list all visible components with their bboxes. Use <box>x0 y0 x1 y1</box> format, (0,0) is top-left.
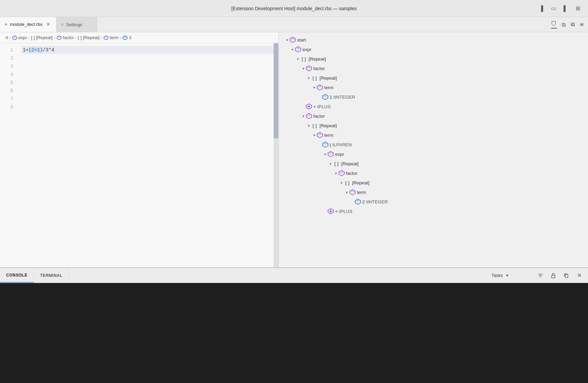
breadcrumb: rt › expr › [ ] [Repeat] › factor › <box>0 32 279 43</box>
editor-layout: rt › expr › [ ] [Repeat] › factor › <box>0 32 588 267</box>
code-editor[interactable]: 1 2 3 4 5 6 7 8 1+(2+1)/3*4 <box>0 43 278 267</box>
lock-icon <box>551 273 556 278</box>
tree-node-1-integer[interactable]: 1 tINTEGER <box>279 92 588 102</box>
tree-node-factor-deep[interactable]: ▾ factor <box>279 168 588 178</box>
chevron-down-icon: ▾ <box>339 180 344 185</box>
parse-tree-icon[interactable]: ⛉ <box>551 21 557 29</box>
tree-node-1-label: 1 tINTEGER <box>330 95 355 100</box>
tree-node-factor1[interactable]: ▾ factor <box>279 64 588 73</box>
sidebar-right-icon[interactable]: ▌ <box>562 5 569 12</box>
cube-purple-expr-inner-icon <box>328 151 334 157</box>
svg-marker-5 <box>104 36 108 38</box>
tab-label: module_decl.rbs <box>10 22 42 27</box>
copy-icon <box>564 273 569 278</box>
breadcrumb-item-3[interactable]: 3 <box>123 35 131 40</box>
tree-node-factor-deep-label: factor <box>346 171 358 176</box>
cube-purple-factor2-icon <box>306 113 312 119</box>
tree-node-2-integer[interactable]: 2 tINTEGER <box>279 197 588 206</box>
tree-node-repeat1-label: [Repeat] <box>309 56 326 62</box>
list-filter-button[interactable] <box>536 271 545 280</box>
svg-marker-15 <box>317 85 323 88</box>
breadcrumb-rt-label: rt <box>5 35 8 40</box>
chevron-down-icon: ▾ <box>284 37 290 43</box>
svg-marker-24 <box>317 132 323 135</box>
cube-purple-term-deep-icon <box>349 189 356 195</box>
tab-module-decl[interactable]: ● module_decl.rbs ✕ <box>0 17 56 32</box>
svg-marker-11 <box>295 47 301 50</box>
chevron-down-icon: ▾ <box>306 123 311 128</box>
tree-node-lparen[interactable]: ( tLPAREN <box>279 140 588 149</box>
tree-node-term-deep[interactable]: ▾ term <box>279 187 588 197</box>
tree-node-term1[interactable]: ▾ term <box>279 83 588 92</box>
cube-outline-plus-deep-icon <box>328 208 334 214</box>
svg-marker-22 <box>306 113 312 116</box>
lock-button[interactable] <box>549 271 558 280</box>
svg-marker-26 <box>323 142 328 145</box>
editor-scrollbar[interactable] <box>274 43 278 267</box>
svg-rect-41 <box>552 275 555 278</box>
line-numbers: 1 2 3 4 5 6 7 8 <box>0 43 19 267</box>
tab-settings[interactable]: ≡ Settings <box>56 17 97 32</box>
breadcrumb-item-factor[interactable]: factor <box>57 35 74 40</box>
tab-settings-label: Settings <box>66 22 82 27</box>
cube-purple-factor1-icon <box>306 65 312 71</box>
svg-marker-28 <box>328 151 333 154</box>
cube-outline-plus1-icon <box>306 103 312 110</box>
cube-purple-term1-icon <box>317 84 323 90</box>
bracket-repeat3-icon: [ ] <box>311 122 318 129</box>
chevron-down-icon: ▾ <box>322 151 328 157</box>
title-bar-controls: ▐ ▭ ▌ ⊞ <box>538 5 581 12</box>
tab-console[interactable]: CONSOLE <box>0 268 34 283</box>
svg-marker-1 <box>13 36 17 38</box>
close-panel-button[interactable]: ✕ <box>574 271 584 280</box>
svg-marker-7 <box>123 36 127 38</box>
layout-panels-icon[interactable]: ⊞ <box>574 5 581 12</box>
copy-button[interactable] <box>561 271 571 280</box>
tree-node-term2[interactable]: ▾ term <box>279 130 588 140</box>
tree-node-factor2[interactable]: ▾ factor <box>279 111 588 121</box>
tree-node-plus1[interactable]: + tPLUS <box>279 102 588 111</box>
tree-node-lparen-label: ( tLPAREN <box>330 142 352 147</box>
tree-node-start[interactable]: ▾ start <box>279 35 588 45</box>
right-panel-copy-icon[interactable]: ⧉ <box>562 22 566 28</box>
tree-node-plus-deep-label: + tPLUS <box>335 209 352 214</box>
cube-purple-icon-3 <box>104 35 108 40</box>
tree-node-repeat3-label: [Repeat] <box>319 123 337 128</box>
tree-node-repeat2[interactable]: ▾ [ ] [Repeat] <box>279 73 588 83</box>
tab-settings-icon: ≡ <box>61 22 64 27</box>
tree-node-expr-label: expr <box>302 47 311 52</box>
chevron-down-icon: ▾ <box>328 161 333 166</box>
right-panel-close-icon[interactable]: ✕ <box>580 21 584 28</box>
tree-node-expr[interactable]: ▾ expr <box>279 45 588 54</box>
terminal-tab-label: TERMINAL <box>40 273 63 278</box>
chevron-down-icon: ▾ <box>306 75 311 81</box>
tree-node-repeat1[interactable]: ▾ [ ] [Repeat] <box>279 54 588 64</box>
tree-node-repeat3[interactable]: ▾ [ ] [Repeat] <box>279 121 588 130</box>
right-panel-more-icon[interactable]: ··· <box>570 22 575 28</box>
code-content[interactable]: 1+(2+1)/3*4 <box>19 43 274 267</box>
tab-bar: ● module_decl.rbs ✕ ≡ Settings ⧉ ··· ⛉ ⧉… <box>0 17 588 32</box>
sidebar-left-icon[interactable]: ▐ <box>538 5 544 12</box>
tree-node-factor2-label: factor <box>313 114 325 119</box>
cube-blue-2-icon <box>355 199 361 205</box>
tab-terminal[interactable]: TERMINAL <box>34 268 69 283</box>
breadcrumb-item-expr[interactable]: expr <box>12 35 27 40</box>
cube-purple-icon <box>12 35 17 40</box>
chevron-down-icon: ▾ <box>300 66 306 71</box>
breadcrumb-item-repeat2[interactable]: [ ] [Repeat] <box>78 35 100 40</box>
tasks-dropdown[interactable]: Tasks ▾ <box>488 271 532 279</box>
tab-close-button[interactable]: ✕ <box>45 21 51 27</box>
tree-node-repeat-deep[interactable]: ▾ [ ] [Repeat] <box>279 159 588 168</box>
breadcrumb-item-repeat1[interactable]: [ ] [Repeat] <box>31 35 53 40</box>
svg-rect-42 <box>565 274 568 278</box>
tree-node-expr-inner[interactable]: ▾ expr <box>279 149 588 159</box>
cube-blue-icon <box>123 35 127 40</box>
tree-node-repeat-deeper[interactable]: ▾ [ ] [Repeat] <box>279 178 588 187</box>
list-filter-icon <box>538 273 543 278</box>
layout-center-icon[interactable]: ▭ <box>550 5 557 12</box>
tree-node-plus-deep[interactable]: + tPLUS <box>279 206 588 216</box>
breadcrumb-item-rt: rt <box>5 35 8 40</box>
title-bar: [Extension Development Host] module_decl… <box>0 0 588 17</box>
breadcrumb-item-term[interactable]: term <box>104 35 119 40</box>
cube-purple-expr-icon <box>295 46 301 52</box>
